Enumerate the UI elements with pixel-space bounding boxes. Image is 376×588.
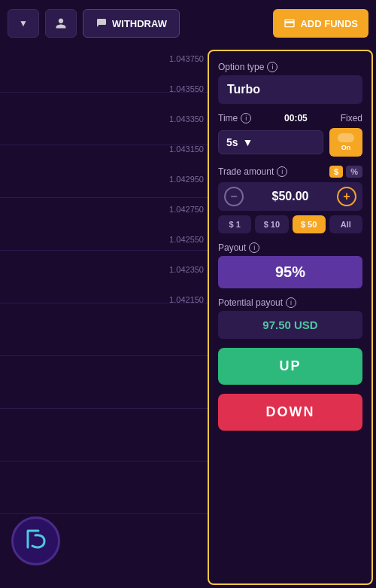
quick-amount-all[interactable]: All: [329, 215, 362, 233]
header: ▼ WITHDRAW ADD FUNDS: [0, 0, 376, 47]
price-label: 1.042350: [169, 265, 204, 274]
main-content: 1.043750 1.043550 1.043350 1.043150 1.04…: [0, 47, 376, 588]
payout-info-icon[interactable]: i: [249, 242, 259, 253]
time-info-icon[interactable]: i: [241, 113, 251, 123]
plus-icon: +: [343, 190, 350, 203]
add-funds-label: ADD FUNDS: [300, 18, 358, 29]
avatar-button[interactable]: [45, 9, 77, 38]
logo-text: [22, 525, 50, 557]
down-button[interactable]: DOWN: [218, 394, 362, 431]
logo-badge: [11, 516, 60, 565]
time-select-arrow-icon: ▼: [243, 136, 253, 148]
add-funds-button[interactable]: ADD FUNDS: [273, 9, 368, 38]
option-type-info-icon[interactable]: i: [267, 62, 277, 72]
trade-amount-badges: $ %: [329, 166, 362, 178]
option-type-value: Turbo: [218, 75, 362, 104]
withdraw-label: WITHDRAW: [112, 18, 167, 29]
increase-amount-button[interactable]: +: [337, 187, 356, 206]
add-funds-icon: [284, 17, 296, 29]
grid-line: [0, 355, 208, 356]
logo-svg: [22, 525, 50, 553]
potential-payout-info-icon[interactable]: i: [286, 297, 296, 308]
price-label: 1.043350: [169, 114, 204, 123]
chart-area: 1.043750 1.043550 1.043350 1.043150 1.04…: [0, 47, 208, 588]
minus-icon: −: [230, 190, 237, 203]
withdraw-icon: [96, 17, 108, 29]
fixed-toggle-on-label: On: [341, 144, 351, 151]
time-display: 00:05: [284, 113, 308, 123]
quick-amount-10[interactable]: $ 10: [255, 215, 288, 233]
withdraw-button[interactable]: WITHDRAW: [83, 9, 180, 38]
fixed-label: Fixed: [341, 113, 362, 123]
time-section: Time i 00:05 Fixed 5s ▼ On: [218, 113, 362, 157]
option-type-section: Option type i Turbo: [218, 62, 362, 104]
price-label: 1.042950: [169, 175, 204, 184]
up-button[interactable]: UP: [218, 348, 362, 385]
time-label-group: Time i: [218, 113, 251, 123]
dollar-badge[interactable]: $: [329, 166, 343, 178]
grid-line: [0, 461, 208, 462]
price-label: 1.042150: [169, 295, 204, 304]
price-label: 1.042550: [169, 235, 204, 244]
grid-line: [0, 408, 208, 409]
time-controls: 5s ▼ On: [218, 128, 362, 157]
grid-line: [0, 513, 208, 514]
price-label: 1.043150: [169, 145, 204, 154]
trade-amount-label: Trade amount i: [218, 166, 287, 177]
option-type-label: Option type i: [218, 62, 362, 72]
quick-amount-50[interactable]: $ 50: [293, 215, 326, 233]
dropdown-arrow-icon: ▼: [19, 18, 28, 29]
decrease-amount-button[interactable]: −: [224, 187, 244, 206]
potential-payout-label: Potential payout i: [218, 297, 362, 308]
time-select[interactable]: 5s ▼: [218, 130, 323, 154]
right-panel: Option type i Turbo Time i 00:05 Fixed 5…: [208, 50, 373, 585]
potential-payout-section: Potential payout i 97.50 USD: [218, 297, 362, 339]
quick-amounts: $ 1 $ 10 $ 50 All: [218, 215, 362, 233]
price-label: 1.043750: [169, 54, 204, 63]
trade-amount-header: Trade amount i $ %: [218, 166, 362, 178]
price-labels: 1.043750 1.043550 1.043350 1.043150 1.04…: [169, 54, 204, 304]
quick-amount-1[interactable]: $ 1: [218, 215, 251, 233]
price-label: 1.043550: [169, 84, 204, 93]
potential-payout-value: 97.50 USD: [218, 311, 362, 339]
amount-input-row: − $50.00 +: [218, 182, 362, 211]
fixed-toggle-indicator: [338, 133, 354, 142]
header-dropdown[interactable]: ▼: [8, 9, 39, 38]
time-row: Time i 00:05 Fixed: [218, 113, 362, 123]
trade-amount-section: Trade amount i $ % − $50.00 + $ 1 $: [218, 166, 362, 233]
user-icon: [55, 17, 67, 29]
trade-amount-info-icon[interactable]: i: [277, 166, 287, 177]
trade-amount-value: $50.00: [248, 190, 332, 203]
payout-label: Payout i: [218, 242, 362, 253]
percent-badge[interactable]: %: [346, 166, 362, 178]
price-label: 1.042750: [169, 205, 204, 214]
time-select-value: 5s: [226, 136, 238, 148]
payout-section: Payout i 95%: [218, 242, 362, 288]
payout-value: 95%: [218, 256, 362, 288]
fixed-toggle[interactable]: On: [329, 128, 362, 157]
